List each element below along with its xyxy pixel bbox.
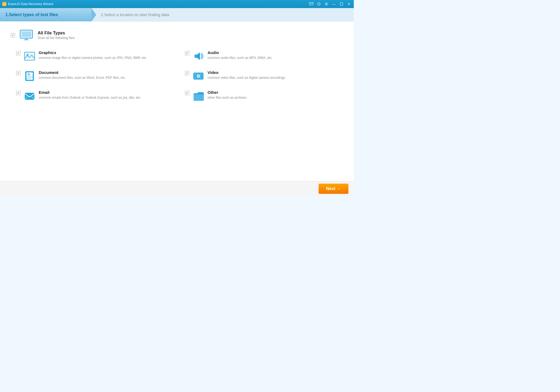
step-2[interactable]: 2.Select a location to start finding dat… bbox=[91, 8, 354, 21]
email-info: Email common emails from Outlook or Outl… bbox=[39, 90, 141, 100]
title-bar-controls: — ✕ bbox=[309, 1, 352, 7]
app-title: EaseUS Data Recovery Wizard bbox=[8, 2, 53, 6]
video-icon bbox=[192, 70, 204, 82]
step-1[interactable]: 1.Select types of lost files bbox=[0, 8, 91, 21]
next-button[interactable]: Next → bbox=[319, 184, 348, 194]
svg-rect-2 bbox=[3, 3, 6, 5]
document-title: Document bbox=[39, 70, 126, 75]
video-checkbox[interactable] bbox=[185, 71, 189, 75]
monitor-icon bbox=[19, 30, 33, 41]
graphics-title: Graphics bbox=[39, 50, 147, 55]
video-info: Video common video files, such as digita… bbox=[208, 70, 286, 80]
app-icon bbox=[2, 2, 6, 6]
bottom-bar: Next → bbox=[0, 181, 354, 196]
video-desc: common video files, such as digital came… bbox=[208, 76, 286, 80]
main-content: All File Types Scan all the following fi… bbox=[0, 22, 354, 181]
maximize-button[interactable] bbox=[339, 1, 344, 7]
all-file-types-info: All File Types Scan all the following fi… bbox=[38, 31, 74, 40]
all-file-types-row: All File Types Scan all the following fi… bbox=[11, 30, 343, 41]
all-file-types-title: All File Types bbox=[38, 31, 74, 35]
graphics-checkbox[interactable] bbox=[16, 51, 20, 55]
step-1-label: 1.Select types of lost files bbox=[5, 12, 58, 17]
next-button-label: Next → bbox=[326, 186, 341, 191]
audio-item: Audio common audio files, such as MP3, W… bbox=[185, 50, 343, 62]
other-info: Other other files such as archives. bbox=[208, 90, 247, 100]
other-title: Other bbox=[208, 90, 247, 95]
audio-icon bbox=[192, 50, 204, 62]
email-checkbox[interactable] bbox=[16, 91, 20, 95]
document-checkbox[interactable] bbox=[16, 71, 20, 75]
document-info: Document common document files, such as … bbox=[39, 70, 126, 80]
email-desc: common emails from Outlook or Outlook Ex… bbox=[39, 95, 141, 100]
all-file-types-checkbox[interactable] bbox=[11, 33, 15, 37]
file-types-grid: Graphics common image files or digital c… bbox=[16, 50, 343, 102]
graphics-info: Graphics common image files or digital c… bbox=[39, 50, 147, 60]
svg-rect-33 bbox=[194, 94, 204, 101]
document-desc: common document files, such as Word, Exc… bbox=[39, 76, 126, 80]
close-button[interactable]: ✕ bbox=[346, 1, 352, 7]
document-item: W Document common document files, such a… bbox=[16, 70, 174, 82]
title-bar: EaseUS Data Recovery Wizard — bbox=[0, 0, 354, 8]
history-icon[interactable] bbox=[316, 1, 322, 7]
audio-title: Audio bbox=[208, 50, 272, 55]
email-title: Email bbox=[39, 90, 141, 95]
graphics-item: Graphics common image files or digital c… bbox=[16, 50, 174, 62]
video-item: Video common video files, such as digita… bbox=[185, 70, 343, 82]
step-bar: 1.Select types of lost files 2.Select a … bbox=[0, 8, 354, 22]
svg-rect-11 bbox=[22, 31, 31, 37]
email-icon bbox=[24, 90, 35, 102]
svg-rect-30 bbox=[25, 93, 34, 100]
svg-rect-6 bbox=[340, 3, 343, 5]
other-checkbox[interactable] bbox=[185, 91, 189, 95]
document-icon: W bbox=[24, 70, 35, 82]
other-item: Other other files such as archives. bbox=[185, 90, 343, 102]
message-icon[interactable] bbox=[309, 1, 314, 7]
svg-rect-15 bbox=[195, 55, 197, 58]
video-title: Video bbox=[208, 70, 286, 75]
audio-desc: common audio files, such as MP3, WMA, et… bbox=[208, 56, 272, 60]
other-folder-icon bbox=[192, 90, 204, 102]
email-item: Email common emails from Outlook or Outl… bbox=[16, 90, 174, 102]
all-file-types-checkbox-wrap[interactable] bbox=[11, 33, 15, 37]
step-2-label: 2.Select a location to start finding dat… bbox=[101, 12, 169, 17]
title-bar-left: EaseUS Data Recovery Wizard bbox=[2, 2, 53, 6]
svg-text:W: W bbox=[27, 73, 30, 76]
svg-rect-1 bbox=[3, 5, 5, 5]
settings-icon[interactable] bbox=[324, 1, 329, 7]
graphics-desc: common image files or digital camera pho… bbox=[39, 56, 147, 60]
svg-point-5 bbox=[326, 3, 327, 5]
other-desc: other files such as archives. bbox=[208, 95, 247, 100]
minimize-button[interactable]: — bbox=[331, 1, 337, 7]
graphics-icon bbox=[24, 50, 35, 62]
audio-info: Audio common audio files, such as MP3, W… bbox=[208, 50, 272, 60]
audio-checkbox[interactable] bbox=[185, 51, 189, 55]
all-file-types-desc: Scan all the following files bbox=[38, 36, 74, 40]
